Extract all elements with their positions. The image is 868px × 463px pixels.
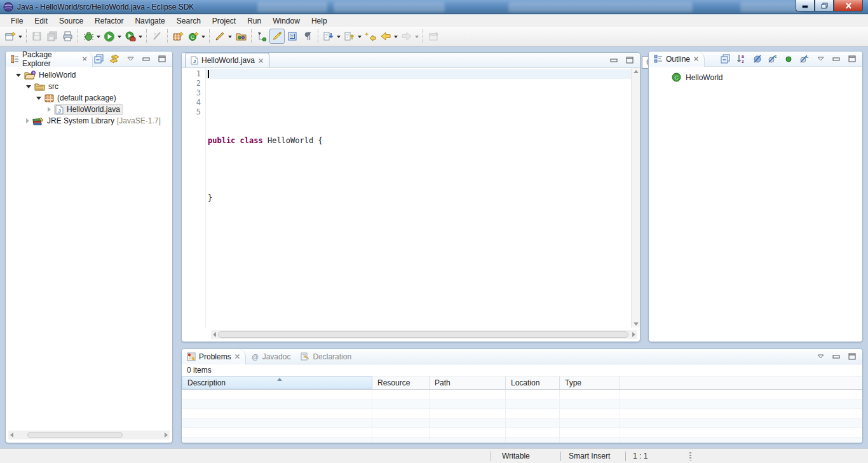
minimize-view-button[interactable] <box>831 53 842 65</box>
menu-project[interactable]: Project <box>207 15 241 27</box>
new-wizard-dropdown[interactable] <box>18 36 22 40</box>
next-annotation-button[interactable] <box>321 29 336 44</box>
close-window-button[interactable] <box>834 0 863 11</box>
column-header-location[interactable]: Location <box>506 377 560 389</box>
tree-item-src[interactable]: src <box>6 81 172 92</box>
next-annotation-dropdown[interactable] <box>337 36 341 40</box>
column-header-resource[interactable]: Resource <box>372 377 430 389</box>
tree-item-helloworld-java[interactable]: J HelloWorld.java <box>6 104 172 115</box>
maximize-view-button[interactable] <box>846 351 858 363</box>
collapsed-arrow-icon[interactable] <box>26 118 29 123</box>
table-row[interactable] <box>182 399 862 409</box>
table-row[interactable] <box>182 438 862 443</box>
column-header-path[interactable]: Path <box>430 377 506 389</box>
menu-search[interactable]: Search <box>171 15 207 27</box>
last-edit-location-button[interactable] <box>363 29 378 44</box>
menu-refactor[interactable]: Refactor <box>89 15 129 27</box>
previous-annotation-dropdown[interactable] <box>358 36 362 40</box>
view-menu-button[interactable] <box>815 351 826 363</box>
editor-hscrollbar[interactable] <box>211 330 637 339</box>
new-java-class-button[interactable]: C <box>186 29 201 44</box>
scroll-right-arrow[interactable] <box>632 332 635 337</box>
new-java-class-dropdown[interactable] <box>201 36 205 40</box>
open-task-button[interactable] <box>212 29 227 44</box>
editor-vscrollbar[interactable] <box>631 68 640 328</box>
skip-all-breakpoints-button[interactable] <box>149 29 165 44</box>
outline-item-helloworld[interactable]: C HelloWorld <box>649 67 862 82</box>
collapse-all-button[interactable] <box>719 53 731 65</box>
menu-run[interactable]: Run <box>241 15 267 27</box>
editor-tab-helloworld-java[interactable]: J HelloWorld.java <box>185 53 269 67</box>
back-dropdown[interactable] <box>394 36 398 40</box>
view-menu-button[interactable] <box>125 53 136 65</box>
run-button[interactable] <box>102 29 117 44</box>
back-button[interactable] <box>378 29 393 44</box>
forward-dropdown[interactable] <box>415 36 419 40</box>
menu-source[interactable]: Source <box>53 15 89 27</box>
minimize-window-button[interactable] <box>796 0 815 11</box>
scroll-right-arrow[interactable] <box>165 432 168 438</box>
collapse-all-button[interactable] <box>93 53 104 65</box>
maximize-view-button[interactable] <box>846 53 858 65</box>
open-task-dropdown[interactable] <box>228 36 232 40</box>
scroll-left-arrow[interactable] <box>10 432 13 438</box>
link-with-editor-toggle[interactable] <box>109 53 120 65</box>
minimize-view-button[interactable] <box>831 351 842 363</box>
save-all-button[interactable] <box>44 29 60 44</box>
code-area[interactable]: public class HelloWorld { } <box>206 68 631 328</box>
scroll-down-arrow[interactable] <box>634 322 639 326</box>
menu-file[interactable]: File <box>5 15 29 27</box>
debug-dropdown[interactable] <box>97 36 100 40</box>
close-view-icon[interactable] <box>234 354 240 359</box>
hide-non-public-members-toggle[interactable] <box>783 53 794 65</box>
expanded-arrow-icon[interactable] <box>26 85 31 88</box>
menu-help[interactable]: Help <box>306 15 333 27</box>
previous-annotation-button[interactable] <box>342 29 357 44</box>
minimize-view-button[interactable] <box>140 53 152 65</box>
package-explorer-tab[interactable]: Package Explorer <box>6 52 93 67</box>
forward-button[interactable] <box>399 29 414 44</box>
code-editor[interactable]: 1 2 3 4 5 public class HelloWorld { } <box>182 68 640 328</box>
show-whitespace-toggle[interactable] <box>300 29 315 44</box>
scrollbar-thumb[interactable] <box>218 331 628 338</box>
maximize-view-button[interactable] <box>156 53 168 65</box>
debug-button[interactable] <box>81 29 96 44</box>
table-row[interactable] <box>182 409 862 418</box>
save-button[interactable] <box>29 29 44 44</box>
maximize-editor-button[interactable] <box>624 55 635 66</box>
tree-item-helloworld-project[interactable]: J HelloWorld <box>6 69 172 81</box>
tree-item-default-package[interactable]: (default package) <box>6 92 172 104</box>
scroll-left-arrow[interactable] <box>213 332 216 337</box>
external-tools-button[interactable] <box>123 29 138 44</box>
column-header-description[interactable]: Description <box>182 377 372 389</box>
sort-button[interactable]: a z <box>735 53 747 65</box>
problems-tab[interactable]: Problems <box>182 349 246 364</box>
table-row[interactable] <box>182 428 862 438</box>
new-java-project-button[interactable] <box>170 29 186 44</box>
tree-item-jre-system-library[interactable]: JRE System Library [JavaSE-1.7] <box>6 115 172 127</box>
scrollbar-thumb[interactable] <box>27 432 123 438</box>
expanded-arrow-icon[interactable] <box>16 74 21 77</box>
close-view-icon[interactable] <box>693 56 699 62</box>
column-header-type[interactable]: Type <box>560 377 620 389</box>
menu-navigate[interactable]: Navigate <box>129 15 170 27</box>
hide-fields-toggle[interactable] <box>751 53 763 65</box>
view-menu-button[interactable] <box>815 53 826 65</box>
hide-local-types-toggle[interactable]: L <box>799 53 810 65</box>
minimize-editor-button[interactable] <box>608 55 620 66</box>
table-row[interactable] <box>182 418 862 428</box>
expanded-arrow-icon[interactable] <box>36 97 41 100</box>
menu-edit[interactable]: Edit <box>29 15 53 27</box>
javadoc-tab[interactable]: @ Javadoc <box>246 349 296 364</box>
new-wizard-button[interactable] <box>3 29 18 44</box>
outline-tab[interactable]: Outline <box>649 52 705 67</box>
scroll-up-arrow[interactable] <box>634 70 639 73</box>
open-type-hierarchy-button[interactable] <box>254 29 269 44</box>
menu-window[interactable]: Window <box>267 15 306 27</box>
restore-window-button[interactable] <box>815 0 834 11</box>
collapsed-arrow-icon[interactable] <box>48 107 51 112</box>
pin-editor-toggle[interactable] <box>426 29 441 44</box>
declaration-tab[interactable]: Declaration <box>295 349 356 364</box>
close-tab-icon[interactable] <box>258 58 264 64</box>
show-source-of-selected-element-button[interactable] <box>285 29 300 44</box>
